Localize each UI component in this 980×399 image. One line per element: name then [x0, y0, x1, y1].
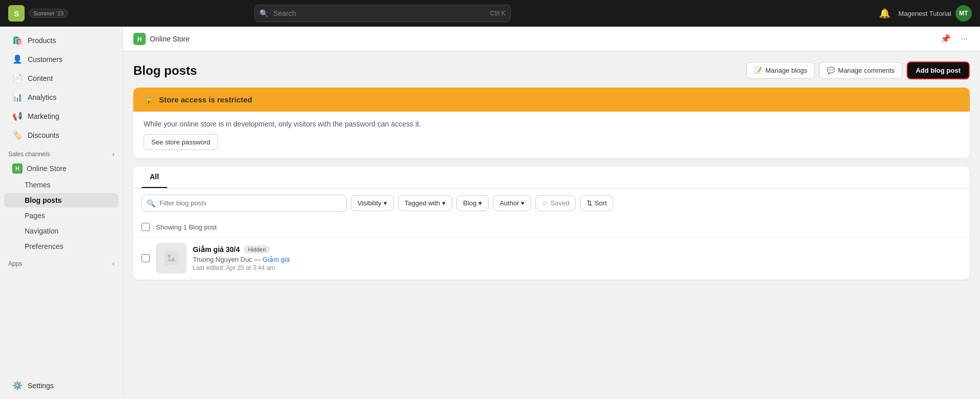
- sidebar-item-label: Content: [28, 74, 53, 82]
- add-blog-post-button[interactable]: Add blog post: [907, 61, 970, 79]
- breadcrumb-left: H Online Store: [133, 33, 190, 45]
- more-options-button[interactable]: ···: [959, 32, 970, 46]
- apps-chevron[interactable]: ›: [112, 260, 114, 267]
- user-menu[interactable]: Magenest Tutorial MT: [898, 5, 972, 22]
- restricted-description: While your online store is in developmen…: [144, 120, 959, 128]
- sidebar-preferences-label: Preferences: [25, 242, 63, 250]
- sort-icon: ⇅: [587, 199, 592, 207]
- breadcrumb-text: Online Store: [150, 35, 190, 43]
- discounts-icon: 🏷️: [12, 130, 23, 140]
- post-title-row: Giảm giá 30/4 Hidden: [193, 245, 962, 254]
- search-area[interactable]: 🔍 Ctrl K: [254, 5, 511, 22]
- restricted-banner: 🔒 Store access is restricted: [133, 88, 970, 112]
- user-avatar: MT: [955, 5, 972, 22]
- sort-label: Sort: [594, 199, 607, 207]
- card-filters: 🔍 Visibility ▾ Tagged with ▾ Blog ▾: [133, 188, 970, 218]
- logo-area: S Summer '23: [8, 5, 68, 22]
- author-filter-label: Author: [499, 199, 519, 207]
- sort-button[interactable]: ⇅ Sort: [580, 195, 613, 211]
- see-store-password-button[interactable]: See store password: [144, 134, 218, 150]
- breadcrumb-right: 📌 ···: [938, 32, 970, 46]
- visibility-chevron-icon: ▾: [384, 199, 387, 207]
- sidebar-item-blog-posts[interactable]: Blog posts: [4, 193, 118, 207]
- tagged-with-filter-button[interactable]: Tagged with ▾: [398, 195, 452, 211]
- breadcrumb-bar: H Online Store 📌 ···: [123, 27, 980, 51]
- tab-all[interactable]: All: [142, 166, 167, 188]
- sales-channels-chevron[interactable]: ›: [112, 151, 114, 158]
- page-title: Blog posts: [133, 64, 197, 78]
- post-status-badge: Hidden: [244, 245, 270, 254]
- analytics-icon: 📊: [12, 92, 23, 102]
- search-input[interactable]: [254, 5, 511, 22]
- sidebar-item-label: Marketing: [28, 112, 59, 120]
- sidebar-item-label: Discounts: [28, 131, 59, 139]
- tagged-with-chevron-icon: ▾: [442, 199, 446, 207]
- pin-button[interactable]: 📌: [938, 32, 953, 46]
- user-name: Magenest Tutorial: [898, 10, 951, 17]
- filter-search-icon: 🔍: [147, 199, 155, 207]
- manage-blogs-button[interactable]: 📝 Manage blogs: [746, 62, 815, 79]
- saved-label: Saved: [550, 199, 569, 207]
- post-author-name: Truong Nguyen Duc: [193, 256, 252, 263]
- filter-search-input[interactable]: [142, 195, 347, 212]
- sidebar-item-content[interactable]: 📄 Content: [4, 69, 118, 87]
- sales-channels-label: Sales channels: [8, 151, 50, 158]
- saved-button[interactable]: ☆ Saved: [535, 195, 576, 211]
- blog-chevron-icon: ▾: [478, 199, 482, 207]
- blog-posts-card: All 🔍 Visibility ▾ Tagged with ▾: [133, 166, 970, 280]
- marketing-icon: 📢: [12, 111, 23, 121]
- svg-rect-4: [164, 251, 178, 265]
- search-icon: 🔍: [259, 9, 268, 17]
- manage-blogs-icon: 📝: [754, 67, 762, 74]
- post-title[interactable]: Giảm giá 30/4: [193, 245, 239, 254]
- sidebar-themes-label: Themes: [25, 181, 51, 189]
- sidebar-blog-posts-label: Blog posts: [25, 196, 62, 204]
- notification-button[interactable]: 🔔: [877, 6, 892, 21]
- sidebar-item-pages[interactable]: Pages: [4, 208, 118, 223]
- restricted-body: While your online store is in developmen…: [133, 112, 970, 158]
- sidebar-item-products[interactable]: 🛍️ Products: [4, 31, 118, 49]
- post-checkbox[interactable]: [142, 254, 150, 262]
- sales-channels-section: Sales channels ›: [0, 144, 123, 160]
- products-icon: 🛍️: [12, 35, 23, 45]
- image-placeholder-icon: [164, 251, 178, 265]
- author-filter-button[interactable]: Author ▾: [493, 195, 531, 211]
- post-last-edited: Last edited: Apr 25 at 3:44 am: [193, 264, 962, 271]
- sidebar-item-customers[interactable]: 👤 Customers: [4, 50, 118, 68]
- sidebar-pages-label: Pages: [25, 212, 45, 220]
- visibility-filter-button[interactable]: Visibility ▾: [351, 195, 394, 211]
- svg-point-5: [168, 255, 171, 258]
- manage-comments-label: Manage comments: [838, 67, 895, 74]
- sidebar-item-settings[interactable]: ⚙️ Settings: [4, 376, 118, 394]
- main-content: H Online Store 📌 ··· Blog posts 📝 Manage…: [123, 27, 980, 399]
- select-all-checkbox[interactable]: [142, 223, 150, 231]
- post-blog-link[interactable]: Giảm giá: [263, 256, 290, 263]
- customers-icon: 👤: [12, 54, 23, 64]
- star-icon: ☆: [542, 199, 548, 207]
- sidebar-item-marketing[interactable]: 📢 Marketing: [4, 107, 118, 125]
- post-author: Truong Nguyen Duc — Giảm giá: [193, 256, 962, 263]
- apps-section-label: Apps: [8, 260, 22, 267]
- settings-icon: ⚙️: [12, 381, 23, 390]
- main-layout: 🛍️ Products 👤 Customers 📄 Content 📊 Anal…: [0, 27, 980, 399]
- post-count-text: Showing 1 Blog post: [156, 223, 217, 231]
- blog-filter-button[interactable]: Blog ▾: [456, 195, 489, 211]
- manage-comments-button[interactable]: 💬 Manage comments: [819, 62, 903, 79]
- tagged-with-filter-label: Tagged with: [405, 199, 440, 207]
- sidebar-item-discounts[interactable]: 🏷️ Discounts: [4, 126, 118, 144]
- sidebar-item-preferences[interactable]: Preferences: [4, 239, 118, 254]
- sidebar-item-label: Analytics: [28, 93, 56, 101]
- filter-search-area[interactable]: 🔍: [142, 195, 347, 212]
- sidebar-item-navigation[interactable]: Navigation: [4, 224, 118, 238]
- sidebar-item-analytics[interactable]: 📊 Analytics: [4, 88, 118, 106]
- post-info: Giảm giá 30/4 Hidden Truong Nguyen Duc —…: [193, 245, 962, 271]
- table-row: Giảm giá 30/4 Hidden Truong Nguyen Duc —…: [133, 237, 970, 280]
- online-store-breadcrumb-icon: H: [133, 33, 146, 45]
- sidebar-item-online-store[interactable]: H Online Store: [4, 160, 118, 177]
- top-navigation: S Summer '23 🔍 Ctrl K 🔔 Magenest Tutoria…: [0, 0, 980, 27]
- page-content-area: Blog posts 📝 Manage blogs 💬 Manage comme…: [123, 51, 980, 290]
- manage-blogs-label: Manage blogs: [765, 67, 807, 74]
- manage-comments-icon: 💬: [827, 67, 835, 74]
- sidebar-item-themes[interactable]: Themes: [4, 178, 118, 192]
- store-restricted-card: 🔒 Store access is restricted While your …: [133, 88, 970, 158]
